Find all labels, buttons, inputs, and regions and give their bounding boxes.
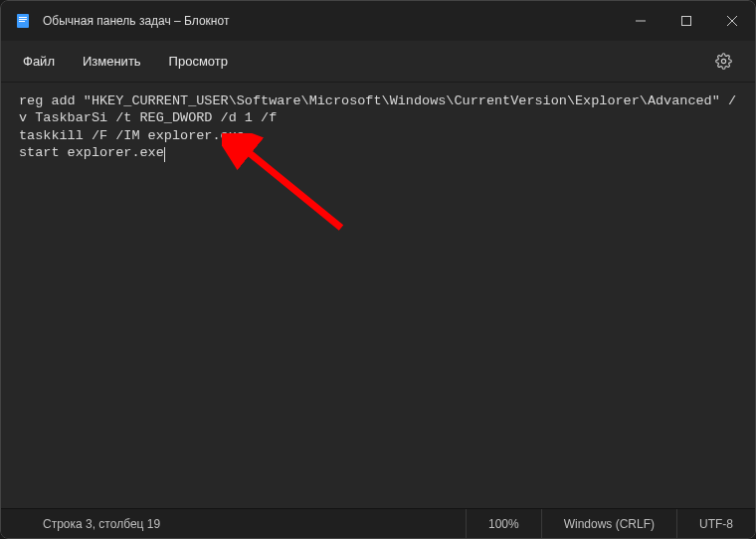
svg-rect-5 (682, 17, 691, 26)
notepad-window: Обычная панель задач – Блокнот Файл Изме… (0, 0, 756, 539)
svg-rect-1 (19, 17, 27, 18)
settings-button[interactable] (705, 44, 741, 80)
editor-line: start explorer.exe (19, 145, 164, 160)
text-editor[interactable]: reg add "HKEY_CURRENT_USER\Software\Micr… (1, 83, 755, 508)
svg-rect-3 (19, 21, 25, 22)
status-line-ending[interactable]: Windows (CRLF) (541, 509, 676, 538)
maximize-button[interactable] (663, 1, 709, 41)
text-cursor (164, 147, 165, 162)
editor-line: taskkill /F /IM explorer.exe (19, 128, 245, 143)
menubar: Файл Изменить Просмотр (1, 41, 755, 83)
editor-line: reg add "HKEY_CURRENT_USER\Software\Micr… (19, 93, 736, 125)
svg-point-8 (721, 59, 725, 63)
close-button[interactable] (709, 1, 755, 41)
menu-view[interactable]: Просмотр (155, 46, 242, 77)
status-zoom[interactable]: 100% (466, 509, 541, 538)
menu-edit[interactable]: Изменить (69, 46, 155, 77)
minimize-button[interactable] (618, 1, 663, 41)
notepad-app-icon (15, 13, 31, 29)
status-encoding[interactable]: UTF-8 (676, 509, 755, 538)
svg-rect-2 (19, 19, 27, 20)
status-position: Строка 3, столбец 19 (1, 509, 182, 538)
titlebar[interactable]: Обычная панель задач – Блокнот (1, 1, 755, 41)
statusbar: Строка 3, столбец 19 100% Windows (CRLF)… (1, 508, 755, 538)
window-title: Обычная панель задач – Блокнот (43, 14, 229, 28)
menu-file[interactable]: Файл (9, 46, 69, 77)
